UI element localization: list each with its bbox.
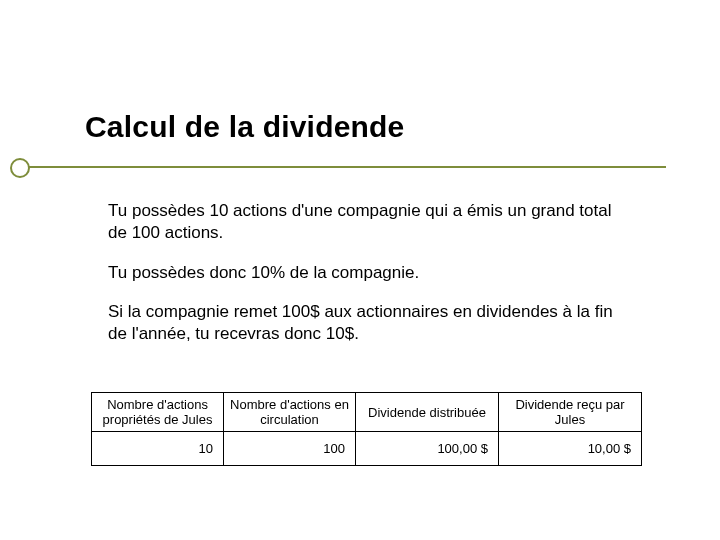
table-cell: 100 (224, 432, 356, 466)
table-cell: 10,00 $ (499, 432, 642, 466)
slide-title: Calcul de la dividende (85, 110, 405, 144)
table-row: 10 100 100,00 $ 10,00 $ (92, 432, 642, 466)
table-header-cell: Dividende reçu par Jules (499, 393, 642, 432)
paragraph-3: Si la compagnie remet 100$ aux actionnai… (108, 301, 628, 345)
table-header-cell: Nombre d'actions en circulation (224, 393, 356, 432)
paragraph-1: Tu possèdes 10 actions d'une compagnie q… (108, 200, 628, 244)
title-underline (18, 166, 666, 168)
dividend-table: Nombre d'actions propriétés de Jules Nom… (91, 392, 642, 466)
slide-body: Tu possèdes 10 actions d'une compagnie q… (108, 200, 628, 363)
title-bullet-icon (10, 158, 30, 178)
dividend-table-container: Nombre d'actions propriétés de Jules Nom… (91, 392, 642, 466)
table-header-row: Nombre d'actions propriétés de Jules Nom… (92, 393, 642, 432)
table-header-cell: Dividende distribuée (356, 393, 499, 432)
slide: Calcul de la dividende Tu possèdes 10 ac… (0, 0, 720, 540)
table-cell: 10 (92, 432, 224, 466)
table-cell: 100,00 $ (356, 432, 499, 466)
table-header-cell: Nombre d'actions propriétés de Jules (92, 393, 224, 432)
paragraph-2: Tu possèdes donc 10% de la compagnie. (108, 262, 628, 284)
